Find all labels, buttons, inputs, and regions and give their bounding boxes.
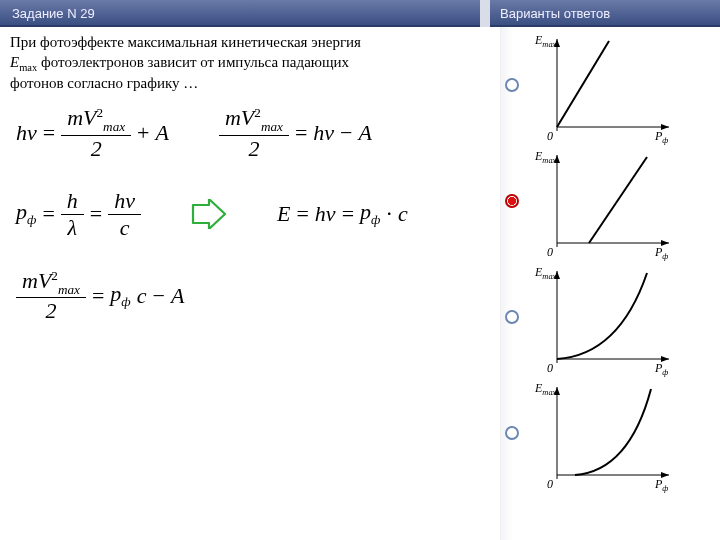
sym-phi2: ф (371, 213, 380, 228)
radio-icon[interactable] (505, 426, 519, 440)
sym-max3: max (58, 281, 80, 296)
formula-row-1: hν = mV2max 2 + A mV2max (16, 106, 486, 160)
frac-hnu-c: hν c (108, 190, 141, 239)
sym-dot: · (386, 201, 392, 227)
sym-eq4: = (90, 201, 102, 227)
answer-option-4[interactable]: 0 Emax Pф (505, 379, 712, 487)
sym-hnu4: hν (315, 201, 336, 227)
header-bar: Задание N 29 Варианты ответов (0, 0, 720, 27)
eq-E-hnu-pc: E = hν = pф · c (277, 199, 408, 228)
sym-2b: 2 (242, 138, 265, 160)
sym-eq7: = (92, 283, 104, 309)
eq-mv2-pc-minus-A: mV2max 2 = pфc − A (16, 269, 184, 323)
frac-h-lambda: h λ (61, 190, 84, 239)
sym-mv2: mV (225, 105, 254, 130)
answer-graph-2: 0 Emax Pф (529, 147, 679, 255)
sym-phi: ф (27, 213, 36, 228)
emax-symbol: Emax (10, 54, 37, 70)
sym-max2: max (261, 118, 283, 133)
sym-phi3: ф (121, 294, 130, 309)
frac-mv2-1: mV2max 2 (61, 106, 131, 160)
question-line3: фотонов согласно графику … (10, 75, 198, 91)
sym-p: p (16, 199, 27, 224)
axis-y: Emax (535, 265, 556, 281)
sym-minus2: − (152, 283, 164, 309)
sym-sup2b: 2 (254, 105, 261, 130)
axis-zero: 0 (547, 361, 553, 376)
sym-mv: mV (67, 105, 96, 130)
sym-plus: + (137, 120, 149, 146)
page: Задание N 29 Варианты ответов При фотоэф… (0, 0, 720, 540)
formula-row-2: pф = h λ = hν c (16, 190, 486, 239)
radio-icon[interactable] (505, 78, 519, 92)
main-area: При фотоэффекте максимальная кинетическа… (0, 27, 500, 540)
sym-2: 2 (85, 138, 108, 160)
eq-hnu-sum: hν = mV2max 2 + A (16, 106, 169, 160)
eq-p-definition: pф = h λ = hν c (16, 190, 141, 239)
sym-c3: c (137, 283, 147, 309)
frac-mv2-2: mV2max 2 (219, 106, 289, 160)
sym-sup2c: 2 (51, 268, 58, 293)
sym-eq3: = (42, 201, 54, 227)
axis-y: Emax (535, 149, 556, 165)
axis-zero: 0 (547, 129, 553, 144)
sym-eq6: = (342, 201, 354, 227)
axis-y: Emax (535, 381, 556, 397)
sym-c2: c (398, 201, 408, 227)
sym-c: c (114, 217, 136, 239)
sym-E: E (277, 201, 290, 227)
sym-hnu2: hν (313, 120, 334, 146)
sym-mv3: mV (22, 268, 51, 293)
answers-header: Варианты ответов (490, 0, 720, 27)
axis-x: Pф (655, 361, 668, 377)
svg-line-9 (589, 157, 647, 243)
sym-p3: p (110, 281, 121, 306)
sym-2c: 2 (39, 300, 62, 322)
sym-A3: A (171, 283, 184, 309)
axis-x: Pф (655, 245, 668, 261)
sym-eq2: = (295, 120, 307, 146)
formula-row-3: mV2max 2 = pфc − A (16, 269, 486, 323)
task-header: Задание N 29 (0, 0, 480, 27)
question-line1: При фотоэффекте максимальная кинетическа… (10, 34, 361, 50)
content: При фотоэффекте максимальная кинетическа… (0, 27, 720, 540)
sym-eq5: = (296, 201, 308, 227)
frac-mv2-3: mV2max 2 (16, 269, 86, 323)
axis-y: Emax (535, 33, 556, 49)
answer-graph-1: 0 Emax Pф (529, 31, 679, 139)
answer-option-3[interactable]: 0 Emax Pф (505, 263, 712, 371)
formula-block: hν = mV2max 2 + A mV2max (10, 106, 492, 327)
sym-A: A (156, 120, 169, 146)
answers-sidebar: 0 Emax Pф 0 Emax (500, 27, 720, 540)
axis-x: Pф (655, 477, 668, 493)
sym-hnu: hν (16, 120, 37, 146)
arrow-right-icon (191, 199, 227, 229)
answer-graph-4: 0 Emax Pф (529, 379, 679, 487)
eq-mv2-hnu-minus-A: mV2max 2 = hν − A (219, 106, 372, 160)
header-gap (480, 0, 490, 27)
svg-line-4 (557, 41, 609, 127)
sym-minus: − (340, 120, 352, 146)
axis-zero: 0 (547, 245, 553, 260)
sym-A2: A (358, 120, 371, 146)
sym-lambda: λ (62, 217, 84, 239)
question-line2: фотоэлектронов зависит от импульса падаю… (41, 54, 349, 70)
sym-p2: p (360, 199, 371, 224)
axis-x: Pф (655, 129, 668, 145)
answer-option-2[interactable]: 0 Emax Pф (505, 147, 712, 255)
sym-hnu3: hν (108, 190, 141, 212)
answer-graph-3: 0 Emax Pф (529, 263, 679, 371)
sym-max: max (103, 118, 125, 133)
radio-icon[interactable] (505, 194, 519, 208)
radio-icon[interactable] (505, 310, 519, 324)
axis-zero: 0 (547, 477, 553, 492)
question-text: При фотоэффекте максимальная кинетическа… (10, 33, 492, 94)
sym-eq: = (43, 120, 55, 146)
sym-h: h (61, 190, 84, 212)
answer-option-1[interactable]: 0 Emax Pф (505, 31, 712, 139)
